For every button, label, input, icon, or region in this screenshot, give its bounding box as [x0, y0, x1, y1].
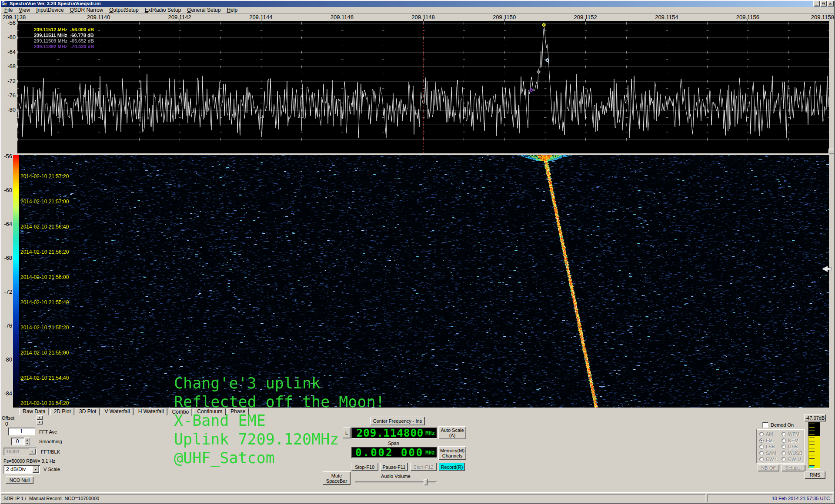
meter-tick [809, 465, 815, 466]
waterfall-db-label: -76 [0, 322, 12, 329]
offset-spin-up-icon[interactable]: ▲ [37, 415, 43, 420]
menu-rest: ile [7, 7, 13, 13]
waterfall-timestamp: 2014-02-10 21:56:40 [20, 224, 69, 230]
radio-nfm[interactable] [782, 438, 786, 443]
menu-accel: Q [70, 7, 74, 13]
menu-item-help[interactable]: Help [224, 7, 240, 13]
radio-wfm[interactable] [782, 432, 786, 436]
level-meter [808, 422, 820, 469]
waterfall-timestamp: 2014-02-10 21:56:00 [20, 274, 69, 280]
tab-3d-plot[interactable]: 3D Plot [76, 408, 100, 415]
menu-item-file[interactable]: File [1, 7, 16, 13]
fft-blk-label: FFT/BLK [41, 449, 60, 454]
menu-rest: eneral Setup [191, 7, 220, 13]
menu-item-general-setup[interactable]: General Setup [184, 7, 224, 13]
menu-accel: G [187, 7, 191, 13]
demod-on-checkbox[interactable] [762, 422, 768, 428]
memory-channels-button[interactable]: Memory(M) Channels [438, 446, 466, 460]
tab-v-waterfall[interactable]: V Waterfall [101, 408, 133, 415]
radio-am[interactable] [759, 432, 764, 436]
setup-button[interactable]: Setup... [782, 464, 805, 471]
radio-label-sam: SAM [766, 451, 776, 456]
chevron-down-icon[interactable]: ▼ [29, 448, 36, 454]
radio-cw-l[interactable] [759, 457, 764, 461]
waterfall-db-label: -60 [0, 187, 12, 193]
menu-accel: H [227, 7, 230, 13]
menu-item-outputsetup[interactable]: OutputSetup [106, 7, 141, 13]
waterfall-timestamp: 2014-02-10 21:54:40 [20, 375, 69, 381]
freq-axis-label: 209.1158 [811, 14, 834, 20]
annotation-line: @UHF_Satcom [174, 449, 385, 468]
waterfall-db-label: -84 [0, 390, 12, 397]
start-button[interactable]: Start-F12 [410, 463, 437, 471]
audio-volume-label: Audio Volume [376, 474, 415, 479]
annotation-line: X-Band EME [174, 411, 385, 430]
spectrum-db-label: -64 [0, 49, 16, 55]
waterfall-timestamp: 2014-02-10 21:56:20 [20, 249, 69, 255]
cursor-readout: 209.11512 MHz -56.000 dB [34, 27, 94, 32]
spectrum-db-label: -80 [0, 106, 16, 113]
menu-item-view[interactable]: View [16, 7, 33, 13]
fft-blk-select[interactable]: 16384 ▼ [3, 448, 37, 455]
fft-blk-value: 16384 [3, 449, 28, 454]
waterfall-timestamp: 2014-02-10 21:55:20 [20, 325, 69, 331]
smoothing-spin-up-icon[interactable]: ▲ [24, 438, 30, 441]
menu-rest: xtRadio Setup [148, 7, 181, 13]
menu-rest: nputDevice [38, 7, 64, 13]
audio-volume-handle[interactable] [424, 479, 428, 485]
meter-tick [809, 431, 815, 431]
meter-tick [809, 424, 815, 424]
meter-tick [809, 455, 815, 455]
v-scale-select[interactable]: 2 dB/Div ▼ [3, 465, 40, 474]
spectrum-plot-canvas[interactable] [17, 21, 829, 153]
resize-grip[interactable] [828, 149, 835, 154]
menu-rest: SDR Narrow [74, 7, 103, 13]
tab-2d-plot[interactable]: 2D Plot [50, 408, 74, 415]
meter-tick [809, 427, 815, 428]
rms-button[interactable]: RMS [805, 471, 825, 479]
menu-item-extradio-setup[interactable]: ExtRadio Setup [142, 7, 184, 13]
radio-fm[interactable] [759, 438, 764, 443]
smoothing-spin-down-icon[interactable]: ▼ [24, 441, 30, 445]
statusbar: SDR-IP 1 / -Manual Record- NCO=10700000 … [0, 492, 835, 504]
spectrum-db-label: -56 [0, 20, 16, 26]
mouse-cursor-icon [822, 266, 828, 272]
restore-icon[interactable] [820, 1, 827, 7]
waterfall-canvas[interactable] [19, 155, 829, 408]
status-datetime: 10 Feb 2014 21:57:35 UTC [707, 494, 832, 502]
tab-raw-data[interactable]: Raw Data [19, 408, 49, 415]
menu-item-qsdr-narrow[interactable]: QSDR Narrow [67, 7, 107, 13]
fft-ave-field[interactable]: 1 [8, 428, 35, 435]
nco-null-button[interactable]: NCO Null [6, 476, 33, 484]
meter-tick [809, 441, 815, 441]
radio-sam[interactable] [759, 451, 764, 455]
smoothing-field[interactable]: 0 [11, 438, 24, 445]
cursor-readout: 209.11509 MHz -65.652 dB [34, 38, 94, 43]
auto-scale-button[interactable]: Auto Scale (A) [438, 426, 466, 439]
chevron-down-icon[interactable]: ▼ [32, 466, 39, 473]
meter-tick [809, 451, 815, 452]
radio-cw-u[interactable] [782, 457, 786, 461]
radio-label-cw-l: CW-L [766, 457, 778, 462]
minimize-icon[interactable]: _ [813, 1, 820, 7]
offset-spin-down-icon[interactable]: ▼ [37, 420, 43, 424]
menu-item-inputdevice[interactable]: InputDevice [33, 7, 67, 13]
cursor-readout: 209.11511 MHz -60.778 dB [34, 33, 94, 38]
radio-usb[interactable] [782, 444, 786, 449]
radio-lsb[interactable] [759, 444, 764, 449]
menu-rest: utputSetup [114, 7, 139, 13]
menu-accel: E [145, 7, 148, 13]
tab-h-waterfall[interactable]: H Waterfall [135, 408, 167, 415]
mute-button[interactable]: Mute SpaceBar [323, 471, 351, 485]
window-controls: _ × [813, 1, 834, 7]
meter-tick [809, 438, 815, 438]
record-button[interactable]: Record(R) [439, 463, 465, 471]
menu-accel: V [19, 7, 22, 13]
waterfall-db-label: -72 [0, 288, 12, 295]
close-icon[interactable]: × [827, 1, 834, 7]
nb-off-button[interactable]: NB Off [758, 464, 779, 471]
radio-wusb[interactable] [782, 451, 786, 455]
spectrum-db-label: -72 [0, 78, 16, 84]
waterfall-color-scale [13, 155, 19, 408]
meter-tick [809, 458, 815, 459]
